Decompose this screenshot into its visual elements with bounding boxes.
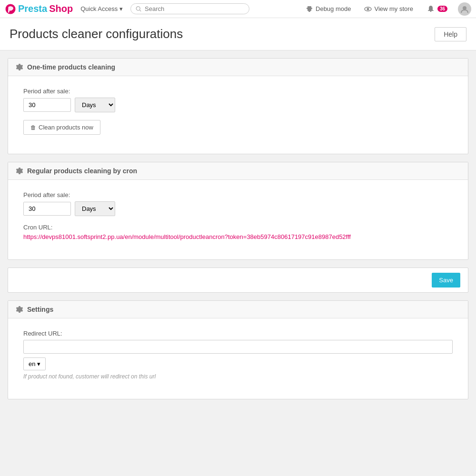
- brand-logo[interactable]: PrestaShop: [5, 3, 73, 15]
- notification-badge: 36: [437, 6, 447, 12]
- main-content: One-time products cleaning Period after …: [0, 50, 476, 407]
- settings-panel: Settings Redirect URL: en ▾ If product n…: [8, 300, 468, 399]
- debug-icon: [306, 5, 313, 13]
- view-store-label: View my store: [374, 5, 413, 12]
- redirect-url-label: Redirect URL:: [23, 330, 453, 337]
- svg-point-1: [136, 6, 140, 10]
- help-button[interactable]: Help: [435, 27, 466, 41]
- one-time-period-input[interactable]: [23, 98, 71, 112]
- gear-icon-regular: [16, 167, 23, 175]
- gear-icon-one-time: [16, 63, 23, 71]
- one-time-panel-title: One-time products cleaning: [27, 63, 115, 71]
- cron-url-group: Cron URL: https://devps81001.softsprint2…: [23, 224, 453, 240]
- gear-icon-settings: [16, 306, 23, 313]
- svg-point-8: [367, 8, 369, 10]
- cron-url-link[interactable]: https://devps81001.softsprint2.pp.ua/en/…: [23, 233, 351, 240]
- svg-line-2: [140, 10, 141, 11]
- regular-panel: Regular products cleaning by cron Period…: [8, 162, 468, 260]
- svg-point-11: [19, 170, 21, 172]
- svg-point-12: [19, 308, 21, 311]
- one-time-panel-header: One-time products cleaning: [8, 59, 468, 76]
- chevron-down-icon: ▾: [119, 5, 123, 12]
- trash-icon: 🗑: [30, 124, 36, 131]
- search-input[interactable]: [145, 5, 244, 12]
- regular-period-input[interactable]: [23, 202, 71, 216]
- brand-shop: Shop: [49, 3, 73, 14]
- debug-mode-label: Debug mode: [316, 5, 351, 12]
- regular-period-unit-select[interactable]: Days Months Years: [75, 201, 115, 216]
- view-store-button[interactable]: View my store: [361, 3, 416, 15]
- settings-panel-body: Redirect URL: en ▾ If product not found,…: [8, 318, 468, 399]
- cron-url-label: Cron URL:: [23, 224, 453, 231]
- svg-point-10: [463, 6, 466, 10]
- clean-products-now-button[interactable]: 🗑 Clean products now: [23, 120, 100, 135]
- one-time-panel-body: Period after sale: Days Months Years 🗑 C…: [8, 76, 468, 154]
- regular-panel-header: Regular products cleaning by cron: [8, 162, 468, 180]
- navbar-right: Debug mode View my store 36: [303, 2, 471, 16]
- quick-access-button[interactable]: Quick Access ▾: [78, 3, 126, 14]
- svg-rect-6: [311, 8, 312, 9]
- page-header: Products cleaner configurations Help: [0, 18, 476, 50]
- save-button[interactable]: Save: [432, 273, 460, 288]
- one-time-period-inline: Days Months Years: [23, 98, 453, 112]
- debug-mode-button[interactable]: Debug mode: [303, 3, 354, 15]
- language-dropdown[interactable]: en ▾: [23, 357, 46, 370]
- search-box: [130, 3, 249, 14]
- one-time-panel: One-time products cleaning Period after …: [8, 58, 468, 154]
- regular-period-group: Period after sale: Days Months Years: [23, 191, 453, 216]
- user-avatar[interactable]: [458, 2, 471, 16]
- regular-period-label: Period after sale:: [23, 191, 453, 198]
- clean-btn-label: Clean products now: [39, 124, 93, 131]
- prestashop-logo-icon: [5, 3, 16, 15]
- redirect-url-input[interactable]: [23, 340, 453, 354]
- navbar: PrestaShop Quick Access ▾ Debug mode: [0, 0, 476, 18]
- user-icon: [460, 5, 469, 13]
- redirect-url-group: Redirect URL: en ▾ If product not found,…: [23, 330, 453, 380]
- search-icon: [136, 6, 142, 12]
- quick-access-label: Quick Access: [80, 5, 118, 12]
- one-time-period-label: Period after sale:: [23, 88, 453, 95]
- eye-icon: [364, 5, 372, 13]
- svg-rect-4: [308, 11, 310, 12]
- settings-panel-header: Settings: [8, 301, 468, 318]
- regular-panel-body: Period after sale: Days Months Years Cro…: [8, 180, 468, 259]
- redirect-url-help-text: If product not found, customer will redi…: [23, 373, 453, 380]
- clean-now-group: 🗑 Clean products now: [23, 120, 453, 135]
- settings-panel-title: Settings: [27, 306, 53, 313]
- svg-rect-3: [307, 6, 311, 11]
- regular-period-inline: Days Months Years: [23, 201, 453, 216]
- svg-rect-9: [430, 11, 431, 12]
- regular-panel-title: Regular products cleaning by cron: [27, 167, 137, 175]
- one-time-period-unit-select[interactable]: Days Months Years: [75, 98, 115, 112]
- page-title: Products cleaner configurations: [10, 27, 183, 41]
- lang-chevron-icon: ▾: [37, 360, 40, 367]
- notifications-button[interactable]: 36: [424, 3, 450, 15]
- lang-code: en: [29, 360, 35, 367]
- bell-icon: [426, 5, 435, 13]
- brand-presta: Presta: [18, 3, 47, 14]
- svg-rect-5: [307, 8, 307, 9]
- one-time-period-group: Period after sale: Days Months Years: [23, 88, 453, 112]
- save-bar: Save: [8, 268, 468, 293]
